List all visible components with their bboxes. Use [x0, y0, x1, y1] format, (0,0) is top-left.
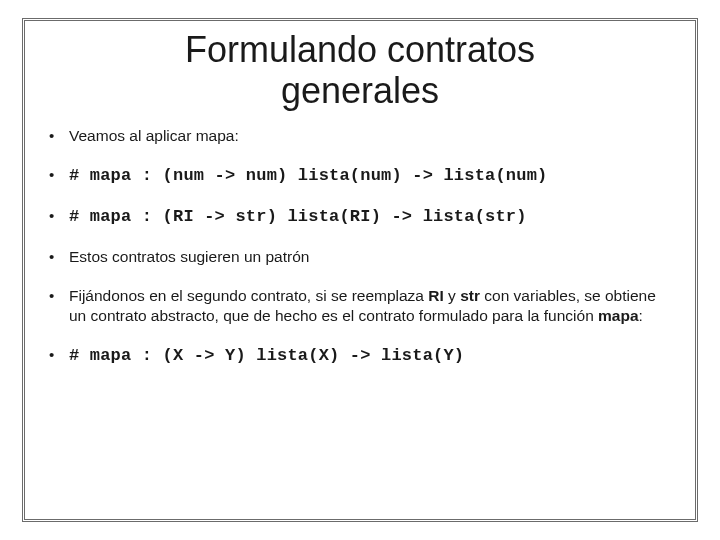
- code-contract-xy: # mapa : (X -> Y) lista(X) -> lista(Y): [69, 346, 464, 365]
- emph-mapa: mapa: [598, 307, 639, 324]
- slide: Formulando contratos generales Veamos al…: [0, 0, 720, 540]
- slide-title: Formulando contratos generales: [43, 29, 677, 112]
- title-line-2: generales: [281, 70, 439, 111]
- emph-ri: RI: [428, 287, 444, 304]
- bullet-item: Fijándonos en el segundo contrato, si se…: [43, 286, 677, 328]
- bullet-text: Veamos al aplicar mapa:: [69, 127, 239, 144]
- bullet-item: # mapa : (RI -> str) lista(RI) -> lista(…: [43, 206, 677, 229]
- code-contract-num: # mapa : (num -> num) lista(num) -> list…: [69, 166, 547, 185]
- bullet-text: Estos contratos sugieren un patrón: [69, 248, 309, 265]
- bullet-item: # mapa : (num -> num) lista(num) -> list…: [43, 165, 677, 188]
- bullet-item: # mapa : (X -> Y) lista(X) -> lista(Y): [43, 345, 677, 368]
- bullet-item: Veamos al aplicar mapa:: [43, 126, 677, 147]
- slide-frame: Formulando contratos generales Veamos al…: [22, 18, 698, 522]
- bullet-list: Veamos al aplicar mapa: # mapa : (num ->…: [43, 126, 677, 387]
- title-line-1: Formulando contratos: [185, 29, 535, 70]
- code-contract-ri: # mapa : (RI -> str) lista(RI) -> lista(…: [69, 207, 527, 226]
- bullet-text-part: :: [639, 307, 643, 324]
- emph-str: str: [460, 287, 480, 304]
- bullet-item: Estos contratos sugieren un patrón: [43, 247, 677, 268]
- bullet-text-part: y: [444, 287, 460, 304]
- bullet-text-part: Fijándonos en el segundo contrato, si se…: [69, 287, 428, 304]
